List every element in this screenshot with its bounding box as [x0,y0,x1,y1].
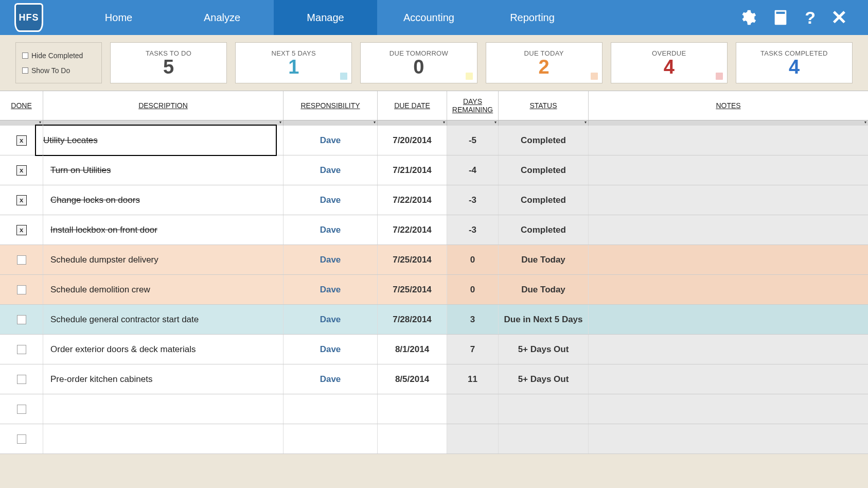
calculator-icon[interactable] [772,9,789,26]
nav-accounting[interactable]: Accounting [377,0,481,35]
header-days-remaining[interactable]: DAYS REMAINING [447,91,499,120]
cell-description[interactable]: Turn on Utilities [43,155,284,185]
cell-responsibility[interactable]: Dave [284,275,378,304]
cell-due-date[interactable]: 7/28/2014 [378,305,447,334]
cell-due-date[interactable]: 7/21/2014 [378,155,447,185]
cell-responsibility[interactable]: Dave [284,185,378,215]
stat-value: 2 [539,57,550,77]
cell-description[interactable]: Schedule general contractor start date [43,305,284,334]
header-responsibility[interactable]: RESPONSIBILITY [284,91,378,120]
header-description[interactable]: DESCRIPTION [43,91,284,120]
cell-description[interactable] [43,424,284,454]
main-nav: Home Analyze Manage Accounting Reporting [67,0,584,35]
cell-description[interactable]: Schedule demolition crew [43,275,284,304]
cell-notes[interactable] [589,155,868,185]
cell-description[interactable]: Schedule dumpster delivery [43,245,284,274]
done-mark-icon: x [16,165,27,176]
nav-reporting[interactable]: Reporting [481,0,584,35]
header-status[interactable]: STATUS [499,91,589,120]
nav-home[interactable]: Home [67,0,170,35]
stat-card-due-tomorrow[interactable]: DUE TOMORROW0 [360,42,477,83]
cell-days-remaining: -3 [447,215,499,245]
cell-status: Completed [499,185,589,215]
cell-responsibility[interactable]: Dave [284,305,378,334]
hide-completed-checkbox[interactable]: Hide Completed [22,51,95,60]
cell-done[interactable] [0,305,43,334]
nav-analyze[interactable]: Analyze [170,0,274,35]
cell-notes[interactable] [589,215,868,245]
cell-responsibility[interactable]: Dave [284,126,378,155]
cell-notes[interactable] [589,335,868,364]
cell-notes[interactable] [589,364,868,394]
cell-notes[interactable] [589,394,868,424]
cell-responsibility[interactable] [284,394,378,424]
cell-responsibility[interactable]: Dave [284,335,378,364]
cell-description[interactable]: Change locks on doors [43,185,284,215]
cell-done[interactable] [0,394,43,424]
done-mark-icon: x [16,195,27,205]
cell-done[interactable]: x [0,185,43,215]
gear-icon[interactable] [739,9,756,26]
filter-resp[interactable] [284,120,378,126]
stat-card-tasks-completed[interactable]: TASKS COMPLETED4 [736,42,853,83]
stat-card-due-today[interactable]: DUE TODAY2 [486,42,603,83]
stat-swatch [340,73,347,80]
stat-card-overdue[interactable]: OVERDUE4 [611,42,728,83]
cell-due-date[interactable] [378,424,447,454]
cell-done[interactable] [0,245,43,274]
filter-days[interactable] [447,120,499,126]
checkbox-icon [17,285,26,294]
header-done[interactable]: DONE [0,91,43,120]
filter-status[interactable] [499,120,589,126]
cell-done[interactable]: x [0,215,43,245]
cell-responsibility[interactable]: Dave [284,155,378,185]
logo-container: HFS [0,0,67,35]
filter-due[interactable] [378,120,447,126]
filter-desc[interactable] [43,120,284,126]
cell-description[interactable] [43,394,284,424]
filter-notes[interactable] [589,120,868,126]
cell-done[interactable] [0,364,43,394]
cell-done[interactable] [0,424,43,454]
cell-done[interactable]: x [0,155,43,185]
cell-done[interactable] [0,275,43,304]
cell-notes[interactable] [589,185,868,215]
filter-done[interactable] [0,120,43,126]
stat-card-next-5-days[interactable]: NEXT 5 DAYS1 [235,42,352,83]
description-text: Order exterior doors & deck materials [50,344,196,355]
stat-value: 0 [413,57,424,77]
cell-status: Completed [499,215,589,245]
cell-responsibility[interactable]: Dave [284,215,378,245]
cell-notes[interactable] [589,275,868,304]
cell-due-date[interactable]: 7/22/2014 [378,185,447,215]
cell-notes[interactable] [589,424,868,454]
cell-due-date[interactable] [378,394,447,424]
cell-due-date[interactable]: 7/22/2014 [378,215,447,245]
cell-description[interactable]: Utility Locates [43,126,284,155]
cell-due-date[interactable]: 8/5/2014 [378,364,447,394]
stat-card-tasks-to-do[interactable]: TASKS TO DO5 [110,42,227,83]
cell-notes[interactable] [589,245,868,274]
nav-manage[interactable]: Manage [274,0,377,35]
cell-due-date[interactable]: 7/20/2014 [378,126,447,155]
table-row: xTurn on UtilitiesDave7/21/2014-4Complet… [0,155,868,185]
close-icon[interactable]: ✕ [831,6,847,29]
header-due-date[interactable]: DUE DATE [378,91,447,120]
logo-shield[interactable]: HFS [14,3,43,32]
header-notes[interactable]: NOTES [589,91,868,120]
cell-due-date[interactable]: 7/25/2014 [378,245,447,274]
help-icon[interactable]: ? [805,8,816,28]
cell-notes[interactable] [589,305,868,334]
cell-responsibility[interactable] [284,424,378,454]
cell-due-date[interactable]: 7/25/2014 [378,275,447,304]
table-row: xUtility LocatesDave7/20/2014-5Completed [0,126,868,155]
cell-responsibility[interactable]: Dave [284,245,378,274]
cell-notes[interactable] [589,126,868,155]
show-todo-checkbox[interactable]: Show To Do [22,66,95,75]
cell-due-date[interactable]: 8/1/2014 [378,335,447,364]
cell-done[interactable] [0,335,43,364]
cell-responsibility[interactable]: Dave [284,364,378,394]
cell-description[interactable]: Install lockbox on front door [43,215,284,245]
cell-description[interactable]: Order exterior doors & deck materials [43,335,284,364]
cell-description[interactable]: Pre-order kitchen cabinets [43,364,284,394]
